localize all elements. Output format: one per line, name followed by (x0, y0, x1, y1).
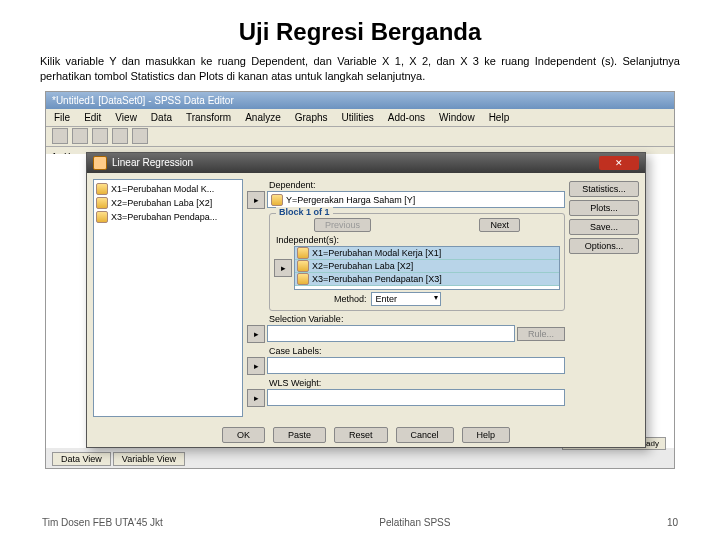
menu-graphs[interactable]: Graphs (295, 112, 328, 123)
slide-footer: Tim Dosen FEB UTA'45 Jkt Pelatihan SPSS … (0, 517, 720, 528)
wls-field[interactable] (267, 389, 565, 406)
toolbar-icon[interactable] (112, 128, 128, 144)
method-combo[interactable]: Enter (371, 292, 441, 306)
source-variable-list[interactable]: X1=Perubahan Modal K... X2=Perubahan Lab… (93, 179, 243, 417)
help-button[interactable]: Help (462, 427, 511, 443)
toolbar-icon[interactable] (132, 128, 148, 144)
list-item: X2=Perubahan Laba [X2] (295, 260, 559, 273)
case-labels-field[interactable] (267, 357, 565, 374)
tab-variable-view[interactable]: Variable View (113, 452, 185, 466)
spss-window-title: *Untitled1 [DataSet0] - SPSS Data Editor (46, 92, 674, 109)
list-item: X2=Perubahan Laba [X2] (96, 196, 240, 210)
footer-page-number: 10 (667, 517, 678, 528)
footer-center: Pelatihan SPSS (379, 517, 450, 528)
menu-addons[interactable]: Add-ons (388, 112, 425, 123)
menu-edit[interactable]: Edit (84, 112, 101, 123)
toolbar-icon[interactable] (72, 128, 88, 144)
ok-button[interactable]: OK (222, 427, 265, 443)
move-wls-button[interactable]: ▸ (247, 389, 265, 407)
dependent-label: Dependent: (269, 180, 565, 190)
block-group: Block 1 of 1 Previous Next Independent(s… (269, 213, 565, 311)
paste-button[interactable]: Paste (273, 427, 326, 443)
close-icon[interactable]: ✕ (599, 156, 639, 170)
slide-title: Uji Regresi Berganda (40, 18, 680, 46)
method-label: Method: (334, 294, 367, 304)
menu-window[interactable]: Window (439, 112, 475, 123)
variable-icon (96, 183, 108, 195)
dialog-button-row: OK Paste Reset Cancel Help (87, 427, 645, 443)
block-title: Block 1 of 1 (276, 207, 333, 217)
previous-button[interactable]: Previous (314, 218, 371, 232)
options-button[interactable]: Options... (569, 238, 639, 254)
sheet-tabs: Data View Variable View (52, 452, 185, 466)
toolbar-icon[interactable] (52, 128, 68, 144)
menu-analyze[interactable]: Analyze (245, 112, 281, 123)
rule-button[interactable]: Rule... (517, 327, 565, 341)
variable-icon (271, 194, 283, 206)
selection-label: Selection Variable: (269, 314, 565, 324)
plots-button[interactable]: Plots... (569, 200, 639, 216)
linear-regression-dialog: Linear Regression ✕ X1=Perubahan Modal K… (86, 152, 646, 448)
case-labels-label: Case Labels: (269, 346, 565, 356)
wls-label: WLS Weight: (269, 378, 565, 388)
variable-icon (297, 260, 309, 272)
move-selection-button[interactable]: ▸ (247, 325, 265, 343)
footer-left: Tim Dosen FEB UTA'45 Jkt (42, 517, 163, 528)
screenshot-container: *Untitled1 [DataSet0] - SPSS Data Editor… (45, 91, 675, 469)
spss-toolbar (46, 127, 674, 147)
list-item: X3=Perubahan Pendapa... (96, 210, 240, 224)
dialog-title: Linear Regression (112, 157, 193, 168)
dependent-field[interactable]: Y=Pergerakan Harga Saham [Y] (267, 191, 565, 208)
variable-icon (96, 211, 108, 223)
menu-transform[interactable]: Transform (186, 112, 231, 123)
dialog-titlebar: Linear Regression ✕ (87, 153, 645, 173)
move-dependent-button[interactable]: ▸ (247, 191, 265, 209)
cancel-button[interactable]: Cancel (396, 427, 454, 443)
menu-utilities[interactable]: Utilities (342, 112, 374, 123)
selection-field[interactable] (267, 325, 515, 342)
independent-list[interactable]: X1=Perubahan Modal Kerja [X1] X2=Perubah… (294, 246, 560, 290)
save-button[interactable]: Save... (569, 219, 639, 235)
menu-help[interactable]: Help (489, 112, 510, 123)
menu-file[interactable]: File (54, 112, 70, 123)
variable-icon (297, 273, 309, 285)
move-case-button[interactable]: ▸ (247, 357, 265, 375)
toolbar-icon[interactable] (92, 128, 108, 144)
menu-data[interactable]: Data (151, 112, 172, 123)
statistics-button[interactable]: Statistics... (569, 181, 639, 197)
menu-view[interactable]: View (115, 112, 137, 123)
variable-icon (96, 197, 108, 209)
next-button[interactable]: Next (479, 218, 520, 232)
spss-menubar: File Edit View Data Transform Analyze Gr… (46, 109, 674, 127)
reset-button[interactable]: Reset (334, 427, 388, 443)
tab-data-view[interactable]: Data View (52, 452, 111, 466)
independent-label: Independent(s): (276, 235, 560, 245)
list-item: X1=Perubahan Modal Kerja [X1] (295, 247, 559, 260)
slide-description: Kilik variable Y dan masukkan ke ruang D… (40, 54, 680, 85)
list-item: X1=Perubahan Modal K... (96, 182, 240, 196)
variable-icon (297, 247, 309, 259)
list-item: X3=Perubahan Pendapatan [X3] (295, 273, 559, 286)
dialog-icon (93, 156, 107, 170)
move-independent-button[interactable]: ▸ (274, 259, 292, 277)
